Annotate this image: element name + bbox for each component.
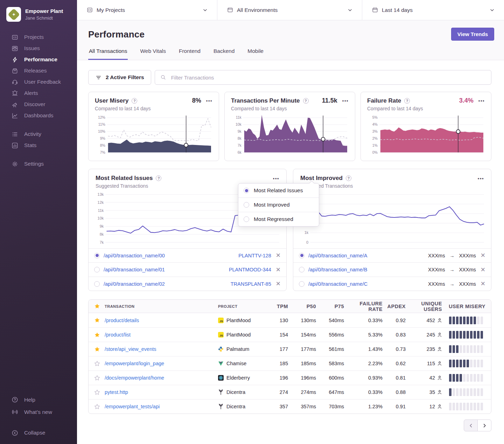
star-outline-icon[interactable] — [94, 404, 100, 410]
issue-tag-link[interactable]: PLANTTV-128 — [238, 253, 271, 258]
project-cell[interactable]: Elderberry — [218, 375, 271, 381]
sidebar-item-releases[interactable]: Releases — [0, 65, 77, 76]
menu-option-most-regressed[interactable]: Most Regressed — [238, 212, 319, 226]
sidebar-item-label: Activity — [24, 131, 41, 137]
row-radio[interactable] — [299, 253, 304, 258]
view-trends-button[interactable]: View Trends — [451, 28, 494, 41]
help-icon[interactable]: ? — [156, 175, 161, 181]
transaction-link[interactable]: /empowerplant_tests/api — [105, 404, 160, 409]
menu-radio[interactable] — [244, 216, 249, 222]
close-icon[interactable]: ✕ — [481, 252, 485, 258]
project-selector-icon — [87, 7, 93, 13]
tab-all-transactions[interactable]: All Transactions — [88, 48, 128, 60]
transaction-link[interactable]: /empowerplant/login_page — [105, 361, 164, 366]
help-icon[interactable]: ? — [346, 175, 351, 181]
tab-frontend[interactable]: Frontend — [178, 48, 201, 60]
active-filters-button[interactable]: 2 Active Filters — [88, 70, 151, 85]
row-radio[interactable] — [94, 281, 100, 287]
row-radio[interactable] — [299, 281, 304, 287]
sidebar-item-issues[interactable]: Issues — [0, 43, 77, 54]
org-switcher[interactable]: ✦ Empower Plant Jane Schmidt — [0, 5, 77, 28]
project-cell[interactable]: Dicentra — [218, 404, 271, 409]
sidebar-item-settings[interactable]: Settings — [0, 158, 77, 169]
menu-option-most-related-issues[interactable]: Most Related Issues — [238, 183, 319, 197]
transaction-link[interactable]: /product/details — [105, 318, 139, 323]
tpm-cell: 196 — [271, 375, 292, 381]
pagination-prev-button[interactable] — [464, 419, 478, 431]
transaction-link[interactable]: /api/0/transaction_name/A — [308, 253, 367, 258]
transaction-link[interactable]: /product/list — [105, 332, 131, 338]
p75-cell: 703ms — [320, 404, 348, 409]
unique-users-cell: 115 — [409, 361, 446, 366]
sidebar-item-alerts[interactable]: Alerts — [0, 88, 77, 99]
transaction-link[interactable]: pytest.http — [105, 389, 128, 395]
transaction-link[interactable]: /api/0/transaction_name/B — [308, 267, 367, 272]
row-radio[interactable] — [94, 253, 100, 258]
star-outline-icon[interactable] — [94, 389, 100, 395]
sidebar-item-projects[interactable]: Projects — [0, 32, 77, 43]
close-icon[interactable]: ✕ — [276, 252, 281, 258]
overflow-menu-icon[interactable]: ••• — [478, 98, 485, 103]
project-cell[interactable]: JSPlantMood — [218, 318, 271, 323]
row-radio[interactable] — [94, 267, 100, 272]
star-filled-icon[interactable] — [94, 317, 100, 323]
project-cell[interactable]: Palmatum — [218, 346, 271, 352]
transaction-link[interactable]: /api/0/transaction_name/C — [308, 281, 368, 287]
transaction-link[interactable]: /api/0/transaction_name/01 — [104, 267, 165, 272]
menu-radio[interactable] — [244, 188, 249, 193]
environment-selector[interactable]: All Environments — [217, 0, 362, 20]
sidebar-item-discover[interactable]: Discover — [0, 99, 77, 110]
overflow-menu-icon[interactable]: ••• — [478, 176, 484, 181]
star-outline-icon[interactable] — [94, 375, 100, 381]
arrow-right-icon: → — [449, 267, 454, 272]
sidebar-item-help[interactable]: Help — [0, 394, 77, 406]
issue-tag-link[interactable]: TRANSPLANT-85 — [231, 281, 271, 287]
project-selector[interactable]: My Projects — [77, 0, 217, 20]
sidebar-item-user-feedback[interactable]: User Feedback — [0, 76, 77, 88]
close-icon[interactable]: ✕ — [481, 267, 485, 273]
transaction-link[interactable]: /api/0/transaction_name/00 — [104, 253, 165, 258]
close-icon[interactable]: ✕ — [276, 281, 281, 287]
row-radio[interactable] — [299, 267, 304, 272]
vue-icon — [218, 361, 224, 366]
search-input[interactable] — [170, 74, 486, 81]
transaction-link[interactable]: /store/api_view_events — [105, 346, 156, 352]
search-box[interactable] — [155, 70, 491, 85]
project-cell[interactable]: JSPlantMood — [218, 332, 271, 338]
project-cell[interactable]: Dicentra — [218, 389, 271, 395]
daterange-selector[interactable]: Last 14 days — [362, 0, 504, 20]
tab-mobile[interactable]: Mobile — [247, 48, 264, 60]
help-icon[interactable]: ? — [303, 98, 309, 104]
dicentra-icon — [218, 389, 224, 395]
sidebar-nav-group: Settings — [0, 158, 77, 169]
pagination-next-button[interactable] — [477, 419, 491, 431]
metric-card-title: Failure Rate? — [367, 97, 410, 104]
tab-web-vitals[interactable]: Web Vitals — [139, 48, 167, 60]
star-outline-icon[interactable] — [94, 361, 100, 367]
menu-option-label: Most Related Issues — [254, 187, 303, 194]
sidebar-item-performance[interactable]: Performance — [0, 54, 77, 65]
sidebar-item-what-s-new[interactable]: What’s new — [0, 406, 77, 418]
star-filled-icon[interactable] — [94, 346, 100, 352]
issue-tag-link[interactable]: PLANTMOOD-344 — [229, 267, 271, 272]
help-icon[interactable]: ? — [404, 98, 410, 104]
failure-rate-cell: 1.43% — [348, 346, 386, 352]
transaction-link[interactable]: /api/0/transaction_name/02 — [104, 281, 165, 287]
overflow-menu-icon[interactable]: ••• — [342, 98, 349, 103]
transaction-link[interactable]: /docs/empowerplant/home — [105, 375, 164, 381]
widget-transaction-row: /api/0/transaction_name/01PLANTMOOD-344✕ — [89, 262, 286, 277]
sidebar-collapse-button[interactable]: Collapse — [0, 427, 77, 438]
menu-radio[interactable] — [244, 202, 249, 208]
sidebar-item-activity[interactable]: Activity — [0, 129, 77, 140]
help-icon[interactable]: ? — [132, 98, 137, 104]
overflow-menu-icon[interactable]: ••• — [206, 98, 212, 103]
sidebar-item-stats[interactable]: Stats — [0, 140, 77, 151]
close-icon[interactable]: ✕ — [481, 281, 485, 287]
sidebar-item-dashboards[interactable]: Dashboards — [0, 110, 77, 121]
menu-option-most-improved[interactable]: Most Improved — [238, 197, 319, 212]
close-icon[interactable]: ✕ — [276, 267, 281, 273]
tab-backend[interactable]: Backend — [213, 48, 235, 60]
star-filled-icon[interactable] — [94, 332, 100, 338]
overflow-menu-icon[interactable]: ••• — [273, 176, 279, 181]
project-cell[interactable]: Chamise — [218, 361, 271, 366]
